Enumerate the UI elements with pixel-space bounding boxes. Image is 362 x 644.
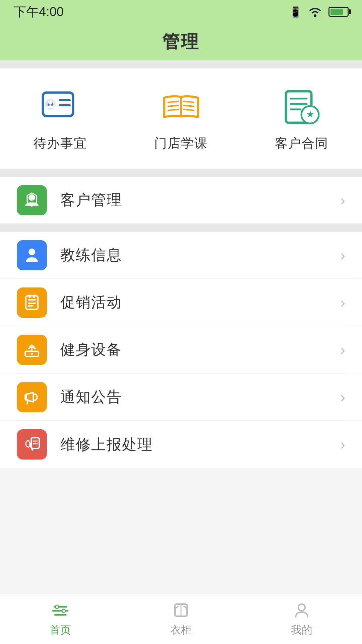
svg-line-12: [184, 105, 194, 106]
svg-point-45: [298, 604, 305, 611]
equipment-label: 健身设备: [60, 340, 340, 360]
menu-item-promotions[interactable]: 促销活动 ›: [0, 279, 362, 326]
svg-point-0: [314, 14, 316, 17]
svg-point-30: [31, 353, 33, 355]
wardrobe-nav-label: 衣柜: [170, 623, 192, 638]
nav-item-wardrobe[interactable]: 衣柜: [121, 594, 241, 644]
svg-point-4: [48, 101, 52, 105]
equipment-arrow: ›: [340, 341, 345, 358]
maintenance-label: 维修上报处理: [60, 435, 340, 454]
mine-nav-label: 我的: [291, 623, 312, 638]
customer-mgmt-icon: [17, 185, 47, 215]
svg-text:★: ★: [306, 109, 314, 119]
status-bar: 下午4:00 📱: [0, 0, 362, 23]
svg-line-11: [184, 101, 194, 102]
svg-line-8: [168, 101, 178, 102]
pending-icon: [40, 89, 80, 125]
pending-label: 待办事宜: [34, 135, 87, 152]
contracts-label: 客户合同: [275, 135, 328, 152]
quick-actions-section: 待办事宜 门店学课: [0, 68, 362, 169]
menu-item-notices[interactable]: 通知公告 ›: [0, 374, 362, 421]
bottom-nav: 首页 衣柜 我的: [0, 594, 362, 644]
menu-item-maintenance[interactable]: 维修上报处理 ›: [0, 421, 362, 468]
svg-rect-27: [28, 294, 31, 298]
status-time: 下午4:00: [13, 3, 64, 20]
courses-label: 门店学课: [154, 135, 208, 152]
customer-mgmt-label: 客户管理: [60, 190, 340, 210]
coach-info-label: 教练信息: [60, 245, 340, 265]
menu-item-coach-info[interactable]: 教练信息 ›: [0, 232, 362, 279]
nav-item-home[interactable]: 首页: [0, 594, 121, 644]
svg-line-9: [168, 105, 178, 106]
quick-action-contracts[interactable]: ★ 客户合同: [275, 89, 328, 152]
wardrobe-nav-icon: [172, 601, 190, 620]
notices-arrow: ›: [340, 389, 345, 406]
notices-icon: [17, 382, 47, 412]
customer-mgmt-arrow: ›: [340, 192, 345, 209]
page-title: 管理: [162, 30, 200, 54]
contracts-icon: ★: [282, 89, 322, 125]
status-icons: 📱: [289, 6, 349, 18]
svg-line-10: [168, 109, 178, 110]
quick-action-courses[interactable]: 门店学课: [154, 89, 208, 152]
svg-rect-34: [31, 438, 39, 448]
home-nav-label: 首页: [50, 623, 71, 638]
promotions-arrow: ›: [340, 294, 345, 311]
sim-icon: 📱: [289, 6, 302, 18]
svg-rect-32: [24, 394, 27, 400]
menu-gap-1: [0, 224, 362, 232]
svg-rect-28: [33, 294, 35, 298]
page-header: 管理: [0, 23, 362, 60]
quick-action-pending[interactable]: 待办事宜: [34, 89, 87, 152]
equipment-icon: [17, 335, 47, 365]
wifi-icon: [308, 6, 322, 18]
nav-item-mine[interactable]: 我的: [241, 594, 362, 644]
menu-item-customer-mgmt[interactable]: 客户管理 ›: [0, 177, 362, 224]
svg-point-41: [55, 605, 59, 608]
svg-point-42: [62, 609, 65, 612]
menu-item-equipment[interactable]: 健身设备 ›: [0, 326, 362, 373]
promotions-icon: [17, 287, 47, 318]
maintenance-icon: [17, 429, 47, 460]
courses-icon: [161, 89, 201, 125]
maintenance-arrow: ›: [340, 436, 345, 453]
bottom-spacer: [0, 468, 362, 522]
menu-section: 客户管理 › 教练信息 ›: [0, 177, 362, 468]
coach-info-icon: [17, 240, 47, 270]
header-divider: [0, 60, 362, 68]
section-divider-1: [0, 169, 362, 177]
promotions-label: 促销活动: [60, 292, 340, 312]
coach-info-arrow: ›: [340, 247, 345, 264]
battery-icon: [328, 7, 349, 17]
svg-line-33: [27, 400, 28, 404]
mine-nav-icon: [292, 601, 311, 620]
home-nav-icon: [51, 601, 70, 620]
notices-label: 通知公告: [60, 387, 340, 407]
svg-line-13: [184, 109, 194, 110]
svg-point-21: [28, 249, 35, 255]
svg-rect-22: [29, 256, 35, 257]
